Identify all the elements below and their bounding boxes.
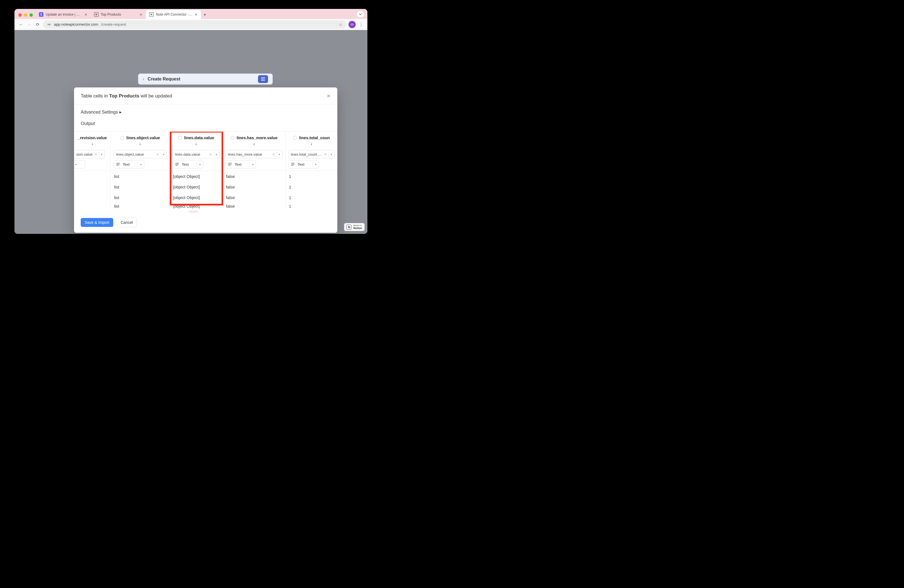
advanced-settings-toggle[interactable]: Advanced Settings ▸ [81,109,331,115]
address-bar[interactable]: app.noteapiconnector.com/create-request … [43,21,346,28]
tab-strip: S Update an invoice | Stripe API ✕ N Top… [14,9,367,19]
modal-header: Table cells in Top Products will be upda… [74,87,337,104]
arrow-down-icon: ↓ [139,141,141,146]
column-mapping-field[interactable]: lines.object.value✕▾ [114,150,167,158]
chevron-down-icon[interactable]: ▾ [163,153,164,156]
clear-icon[interactable]: ✕ [324,152,327,156]
output-column: lines.object.value↓lines.object.value✕▾T… [111,132,170,213]
horizontal-scrollbar-thumb[interactable] [189,211,198,213]
svg-point-2 [49,24,51,25]
modal-footer: Save & Import Cancel [74,213,337,233]
forward-button[interactable]: → [26,22,32,27]
clear-icon[interactable]: ✕ [156,152,159,156]
cancel-button[interactable]: Cancel [117,218,137,227]
modal-title: Table cells in Top Products will be upda… [81,93,172,99]
column-label: lines.data.value [184,136,214,140]
column-type-field[interactable]: Text▾ [172,160,203,168]
tab-stripe[interactable]: S Update an invoice | Stripe API ✕ [36,10,91,19]
close-modal-button[interactable]: ✕ [327,93,331,99]
column-type-field[interactable]: Text▾ [74,160,85,168]
table-cell [74,182,111,192]
column-body: falsefalsefalsefalse [223,171,285,210]
column-type-field[interactable]: Text▾ [226,160,256,168]
clear-icon[interactable]: ✕ [209,152,212,156]
clear-icon[interactable]: ✕ [272,152,275,156]
arrow-down-icon: ↓ [310,141,313,146]
output-column: _revision.value↓sion.value✕▾Text▾ [74,132,111,213]
tab-title: Top Products [101,13,137,16]
table-cell: [object Object] [170,182,222,192]
close-icon[interactable]: ✕ [139,13,142,17]
column-type-field[interactable]: Text▾ [114,160,144,168]
chevron-down-icon[interactable]: ▾ [315,163,316,166]
column-mapping-field[interactable]: lines.data.value✕▾ [172,150,220,158]
column-select-checkbox[interactable] [231,136,234,140]
chevron-down-icon[interactable]: ▾ [331,153,332,156]
column-header: lines.data.value↓ [170,134,222,149]
column-select-checkbox[interactable] [293,136,297,140]
table-cell: [object Object] [170,192,222,203]
column-mapping-field[interactable]: sion.value✕▾ [74,150,105,158]
chevron-down-icon[interactable]: ▾ [75,163,77,166]
chevron-down-icon[interactable]: ▾ [199,163,201,166]
close-icon[interactable]: ✕ [84,13,87,17]
chevron-down-icon[interactable]: ▾ [101,153,103,156]
chevron-down-icon[interactable]: ▾ [252,163,254,166]
hamburger-menu-button[interactable] [258,75,268,83]
table-cell: list [111,192,169,203]
chevron-left-icon[interactable]: ‹ [143,77,144,82]
table-cell: 1 [286,192,337,203]
text-type-icon [228,163,232,166]
table-cell: false [223,171,285,182]
column-label: lines.has_more.value [237,136,278,140]
tab-note-api[interactable]: N Note API Connector - App ✕ [146,10,201,19]
bookmark-icon[interactable]: ☆ [339,22,342,27]
tab-overflow-button[interactable] [357,11,364,17]
column-label: lines.object.value [126,136,160,140]
output-column: lines.data.value↓lines.data.value✕▾Text▾… [170,132,223,213]
column-header: lines.has_more.value↓ [223,134,285,149]
page-title: Create Request [147,77,180,82]
kebab-menu-icon[interactable]: ⋮ [358,22,364,27]
chevron-down-icon[interactable]: ▾ [216,153,217,156]
back-button[interactable]: ← [18,22,24,27]
arrow-down-icon: ↓ [195,141,198,146]
clear-icon[interactable]: ✕ [94,152,97,156]
table-cell: 1 [286,171,337,182]
tab-title: Note API Connector - App [156,13,192,16]
caret-right-icon: ▸ [119,109,122,115]
column-header: lines.object.value↓ [111,134,169,149]
table-cell: [object Object] [170,171,222,182]
site-info-icon[interactable] [47,22,51,27]
column-select-checkbox[interactable] [178,136,182,140]
notion-icon: N [94,12,98,17]
made-for-notion-badge[interactable]: N Made forNotion [344,223,365,231]
table-cell: list [111,203,169,210]
save-import-button[interactable]: Save & Import [81,218,113,227]
text-type-icon [175,163,180,166]
output-table: _revision.value↓sion.value✕▾Text▾lines.o… [74,131,337,213]
profile-avatar[interactable]: m [348,21,356,28]
tab-top-products[interactable]: N Top Products ✕ [91,10,146,19]
table-cell: false [223,203,285,210]
minimize-window-button[interactable] [24,13,27,17]
output-column: lines.total_coun↓lines.total_count.value… [286,132,337,213]
column-type-field[interactable]: Text▾ [288,160,319,168]
chevron-down-icon[interactable]: ▾ [140,163,142,166]
table-cell: list [111,182,169,192]
reload-button[interactable]: ⟳ [35,22,41,27]
arrow-down-icon: ↓ [253,141,255,146]
maximize-window-button[interactable] [30,13,33,17]
chevron-down-icon[interactable]: ▾ [278,153,280,156]
column-mapping-field[interactable]: lines.has_more.value✕▾ [226,150,283,158]
page-content-overlay: ‹ Create Request Run N Made forNotion Ta… [14,30,367,234]
close-icon[interactable]: ✕ [194,13,198,17]
column-select-checkbox[interactable] [120,136,124,140]
note-api-icon: N [149,12,153,17]
new-tab-button[interactable]: + [201,12,209,19]
svg-rect-1 [47,24,49,25]
column-mapping-field[interactable]: lines.total_count.value✕▾ [288,150,335,158]
column-header: lines.total_coun↓ [286,134,337,149]
output-preview-modal: Table cells in Top Products will be upda… [74,87,337,233]
close-window-button[interactable] [18,13,22,17]
